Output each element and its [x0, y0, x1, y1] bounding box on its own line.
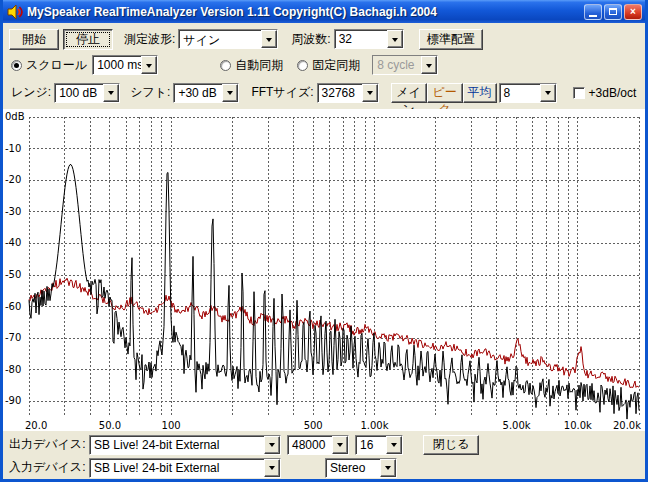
svg-text:20.0: 20.0: [25, 420, 47, 431]
close-dialog-button[interactable]: 閉じる: [423, 435, 479, 455]
fft-size-value: 32768: [318, 84, 362, 102]
toolbar-row-2: スクロール 1000 ms 自動同期 固定同期 8 cycle: [11, 55, 645, 75]
start-button[interactable]: 開始: [9, 29, 59, 50]
svg-text:-10: -10: [5, 143, 21, 154]
chevron-down-icon[interactable]: [261, 30, 277, 48]
radio-icon: [220, 60, 231, 71]
title-bar[interactable]: MySpeaker RealTimeAnalyzer Version 1.11 …: [3, 0, 645, 23]
close-button[interactable]: ×: [624, 4, 642, 20]
svg-text:1.00k: 1.00k: [360, 420, 388, 431]
svg-text:5.00k: 5.00k: [503, 420, 531, 431]
average-trace-button[interactable]: 平均: [463, 83, 497, 103]
svg-text:500: 500: [304, 420, 323, 431]
maximize-button[interactable]: [604, 4, 622, 20]
svg-text:0dB: 0dB: [5, 111, 25, 122]
frequency-value: 32: [335, 30, 387, 48]
range-select[interactable]: 100 dB: [54, 83, 120, 103]
range-value: 100 dB: [55, 84, 103, 102]
shift-label: シフト:: [130, 84, 170, 101]
radio-icon: [297, 60, 308, 71]
chevron-down-icon[interactable]: [387, 30, 403, 48]
input-device-row: 入力デバイス: SB Live! 24-bit External Stereo: [9, 457, 645, 478]
svg-text:-90: -90: [5, 395, 21, 406]
window-title: MySpeaker RealTimeAnalyzer Version 1.11 …: [27, 5, 584, 19]
range-label: レンジ:: [11, 84, 51, 101]
scroll-radio[interactable]: スクロール: [11, 57, 87, 74]
scroll-interval-value: 1000 ms: [93, 56, 141, 74]
chevron-down-icon[interactable]: [332, 436, 348, 454]
toolbar-row-3: レンジ: 100 dB シフト: +30 dB FFTサイズ: 32768 メイ…: [11, 82, 645, 103]
svg-text:-30: -30: [5, 206, 21, 217]
chevron-down-icon[interactable]: [264, 436, 280, 454]
svg-text:-60: -60: [5, 301, 21, 312]
svg-text:-50: -50: [5, 269, 21, 280]
svg-text:10.0k: 10.0k: [564, 420, 592, 431]
close-icon: ×: [630, 6, 636, 17]
output-device-select[interactable]: SB Live! 24-bit External: [89, 435, 281, 455]
bit-depth-value: 16: [356, 436, 386, 454]
stop-button[interactable]: 停止: [63, 29, 113, 50]
svg-text:50.0: 50.0: [99, 420, 121, 431]
fixed-sync-radio[interactable]: 固定同期: [297, 57, 360, 74]
chevron-down-icon[interactable]: [103, 84, 119, 102]
waveform-select[interactable]: サイン: [178, 29, 278, 49]
minimize-button[interactable]: [584, 4, 602, 20]
sample-rate-value: 48000: [288, 436, 332, 454]
channel-select[interactable]: Stereo: [325, 458, 397, 478]
minimize-icon: [589, 15, 597, 17]
fft-size-select[interactable]: 32768: [317, 83, 379, 103]
cycle-select: 8 cycle: [372, 55, 438, 75]
scroll-radio-label: スクロール: [26, 57, 87, 74]
maximize-icon: [609, 8, 617, 15]
scroll-interval-select[interactable]: 1000 ms: [92, 55, 158, 75]
chevron-down-icon[interactable]: [141, 56, 157, 74]
output-device-label: 出力デバイス:: [9, 436, 89, 453]
svg-text:100: 100: [162, 420, 181, 431]
svg-text:-70: -70: [5, 332, 21, 343]
checkbox-icon: [573, 87, 585, 99]
frequency-select[interactable]: 32: [334, 29, 404, 49]
chevron-down-icon[interactable]: [222, 84, 238, 102]
chevron-down-icon[interactable]: [264, 459, 280, 477]
shift-value: +30 dB: [174, 84, 222, 102]
app-window: MySpeaker RealTimeAnalyzer Version 1.11 …: [0, 0, 648, 482]
peak-trace-button[interactable]: ピーク: [427, 83, 463, 103]
frequency-label: 周波数:: [291, 31, 330, 48]
input-device-value: SB Live! 24-bit External: [90, 459, 264, 477]
bit-depth-select[interactable]: 16: [355, 435, 403, 455]
waveform-label: 測定波形:: [124, 31, 175, 48]
oct-checkbox-label: +3dB/oct: [589, 86, 637, 100]
svg-text:20.0k: 20.0k: [613, 420, 641, 431]
radio-selected-icon: [11, 60, 22, 71]
output-device-value: SB Live! 24-bit External: [90, 436, 264, 454]
trace-count-select[interactable]: 8: [499, 83, 557, 103]
sample-rate-select[interactable]: 48000: [287, 435, 349, 455]
toolbar-row-1: 開始 停止 測定波形: サイン 周波数: 32 標準配置: [9, 28, 645, 50]
chevron-down-icon: [421, 56, 437, 74]
chevron-down-icon[interactable]: [540, 84, 556, 102]
chevron-down-icon[interactable]: [386, 436, 402, 454]
svg-text:-80: -80: [5, 364, 21, 375]
spectrum-plot: 0dB-10-20-30-40-50-60-70-80-9020.050.010…: [3, 109, 645, 431]
spectrum-chart: 0dB-10-20-30-40-50-60-70-80-9020.050.010…: [3, 109, 645, 431]
auto-sync-radio[interactable]: 自動同期: [220, 57, 283, 74]
chevron-down-icon[interactable]: [380, 459, 396, 477]
oct-checkbox[interactable]: +3dB/oct: [573, 86, 637, 100]
chevron-down-icon[interactable]: [362, 84, 378, 102]
waveform-value: サイン: [179, 30, 261, 48]
input-device-select[interactable]: SB Live! 24-bit External: [89, 458, 281, 478]
fft-size-label: FFTサイズ:: [251, 84, 313, 101]
svg-text:-20: -20: [5, 174, 21, 185]
auto-sync-radio-label: 自動同期: [235, 57, 283, 74]
channel-value: Stereo: [326, 459, 380, 477]
standard-layout-button[interactable]: 標準配置: [419, 29, 483, 50]
trace-count-value: 8: [500, 84, 540, 102]
main-trace-button[interactable]: メイン: [391, 83, 427, 103]
fixed-sync-radio-label: 固定同期: [312, 57, 360, 74]
input-device-label: 入力デバイス:: [9, 459, 89, 476]
output-device-row: 出力デバイス: SB Live! 24-bit External 48000 1…: [9, 434, 645, 455]
cycle-value: 8 cycle: [373, 56, 421, 74]
app-icon speaker-icon: [7, 4, 23, 20]
svg-text:-40: -40: [5, 237, 21, 248]
shift-select[interactable]: +30 dB: [173, 83, 239, 103]
